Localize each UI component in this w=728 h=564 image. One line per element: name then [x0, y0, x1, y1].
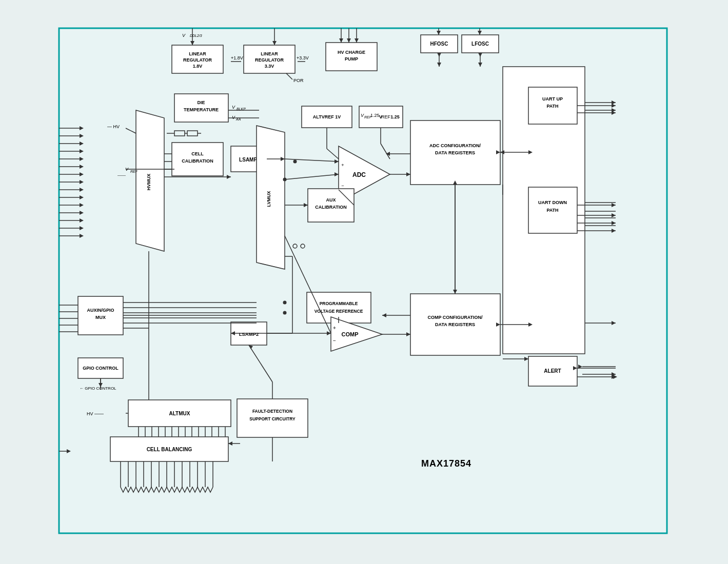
svg-rect-175: [78, 296, 123, 335]
svg-line-203: [381, 144, 390, 159]
svg-text:UART UP: UART UP: [542, 96, 563, 102]
svg-rect-178: [78, 358, 123, 378]
svg-marker-62: [578, 365, 582, 369]
svg-rect-145: [410, 120, 500, 185]
svg-text:ALTMUX: ALTMUX: [169, 411, 190, 416]
svg-text:−: −: [341, 183, 344, 188]
svg-marker-196: [335, 159, 339, 164]
svg-text:−: −: [333, 338, 336, 344]
svg-text:AUX: AUX: [326, 197, 336, 203]
svg-rect-184: [110, 437, 228, 461]
svg-text:BLKP: BLKP: [237, 107, 246, 111]
svg-marker-23: [80, 172, 84, 176]
svg-text:V: V: [379, 114, 382, 119]
svg-rect-125: [187, 131, 198, 136]
svg-text:DATA REGISTERS: DATA REGISTERS: [435, 322, 475, 327]
svg-text:CELL BALANCING: CELL BALANCING: [147, 447, 192, 452]
svg-marker-169: [331, 317, 382, 351]
svg-text:PUMP: PUMP: [345, 56, 358, 62]
svg-marker-194: [281, 157, 285, 161]
svg-text:HV ——: HV ——: [87, 411, 104, 416]
svg-marker-296: [613, 375, 617, 379]
svg-rect-155: [410, 294, 500, 355]
svg-text:COMP: COMP: [342, 331, 359, 337]
svg-line-201: [327, 149, 339, 159]
svg-rect-167: [231, 322, 267, 345]
svg-text:LSAMPI: LSAMPI: [239, 157, 259, 163]
svg-marker-132: [257, 126, 285, 269]
svg-marker-154: [528, 150, 533, 154]
svg-text:V: V: [125, 167, 129, 172]
svg-marker-181: [99, 383, 103, 387]
svg-marker-31: [80, 234, 84, 238]
svg-marker-257: [478, 63, 482, 67]
svg-marker-187: [228, 441, 232, 446]
svg-marker-288: [612, 203, 616, 207]
svg-marker-295: [612, 375, 616, 379]
svg-line-251: [285, 236, 331, 333]
svg-text:HFOSC: HFOSC: [430, 41, 448, 47]
svg-marker-275: [478, 53, 482, 57]
svg-text:DDL2/3: DDL2/3: [190, 34, 202, 37]
svg-marker-47: [612, 108, 616, 112]
svg-text:+3.3V: +3.3V: [297, 55, 309, 61]
svg-marker-255: [437, 63, 441, 67]
svg-marker-298: [524, 357, 528, 361]
svg-rect-127: [172, 143, 223, 176]
svg-marker-49: [527, 106, 531, 110]
svg-marker-172: [406, 332, 410, 336]
main-container: LINEAR REGULATOR 1.8V LINEAR REGULATOR 3…: [0, 0, 728, 564]
svg-marker-38: [80, 310, 84, 314]
svg-rect-134: [302, 106, 352, 128]
svg-rect-1: [59, 28, 667, 533]
svg-marker-198: [335, 172, 339, 176]
svg-text:TEMPERATURE: TEMPERATURE: [184, 107, 219, 112]
svg-marker-76: [347, 38, 351, 43]
svg-text:+1.8V: +1.8V: [231, 55, 243, 61]
svg-marker-274: [437, 53, 441, 57]
svg-point-208: [301, 244, 305, 248]
svg-rect-0: [0, 0, 728, 564]
svg-marker-162: [453, 290, 457, 294]
svg-text:MAX17854: MAX17854: [421, 458, 471, 469]
svg-text:LFOSC: LFOSC: [471, 41, 489, 47]
svg-marker-283: [612, 111, 616, 115]
svg-marker-26: [80, 195, 84, 199]
svg-text:UART DOWN: UART DOWN: [538, 200, 567, 205]
svg-text:DIE: DIE: [197, 100, 205, 105]
svg-marker-39: [80, 316, 84, 320]
svg-text:REF: REF: [130, 170, 138, 173]
svg-text:← GPIO CONTROL: ← GPIO CONTROL: [80, 386, 116, 391]
svg-text:DATA REGISTERS: DATA REGISTERS: [435, 150, 475, 155]
svg-rect-130: [231, 146, 267, 172]
svg-marker-67: [190, 41, 194, 45]
svg-text:——: ——: [117, 173, 126, 177]
svg-text:AUXIN/GPIO: AUXIN/GPIO: [87, 308, 114, 313]
svg-rect-188: [237, 399, 308, 437]
svg-text:LINEAR: LINEAR: [189, 51, 206, 56]
svg-text:1.25: 1.25: [370, 113, 380, 118]
svg-rect-142: [308, 189, 354, 222]
svg-line-197: [285, 174, 339, 179]
svg-text:MUX: MUX: [95, 315, 106, 320]
svg-marker-56: [578, 216, 582, 220]
svg-rect-114: [528, 187, 577, 233]
svg-marker-174: [382, 313, 386, 317]
svg-text:LSAMP2: LSAMP2: [239, 331, 259, 337]
svg-rect-103: [326, 43, 377, 71]
svg-marker-291: [612, 229, 616, 233]
svg-line-195: [285, 159, 339, 162]
svg-marker-290: [612, 221, 616, 225]
svg-rect-99: [244, 45, 295, 73]
svg-marker-28: [80, 211, 84, 215]
svg-marker-293: [573, 366, 577, 370]
svg-text:+: +: [341, 163, 344, 168]
svg-text:AA: AA: [235, 117, 241, 121]
svg-text:V: V: [232, 105, 235, 110]
svg-text:ALTVREF 1V: ALTVREF 1V: [313, 114, 341, 119]
svg-marker-29: [80, 218, 84, 223]
svg-text:CELL: CELL: [191, 151, 204, 156]
svg-marker-27: [80, 203, 84, 207]
svg-marker-20: [80, 149, 84, 153]
svg-marker-41: [80, 330, 84, 334]
